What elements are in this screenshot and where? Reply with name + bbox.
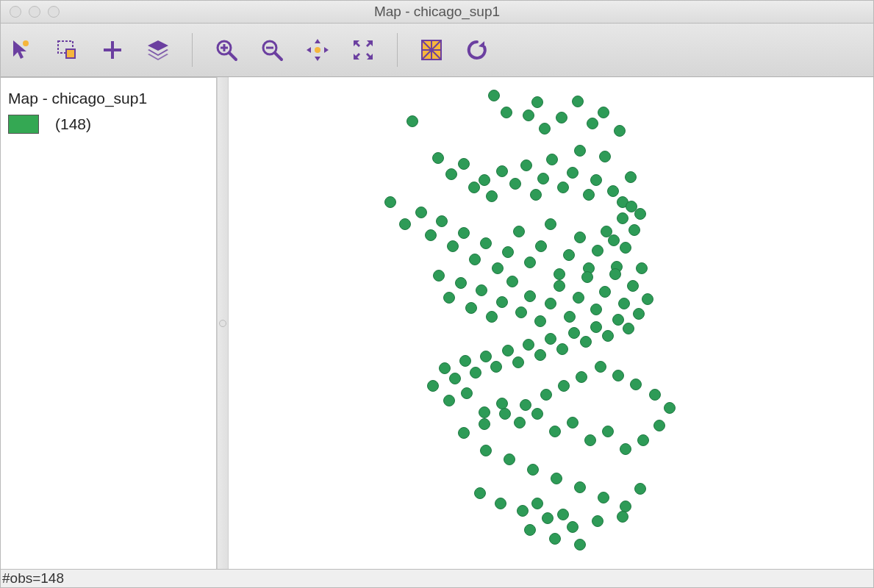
map-point[interactable]	[514, 417, 526, 429]
maximize-window-button[interactable]	[48, 6, 60, 18]
map-point[interactable]	[496, 296, 508, 308]
legend-item[interactable]: (148)	[8, 115, 209, 134]
map-point[interactable]	[612, 370, 624, 381]
map-point[interactable]	[554, 268, 565, 280]
basemap-button[interactable]	[417, 35, 446, 65]
map-point[interactable]	[443, 292, 455, 304]
map-point[interactable]	[607, 185, 619, 197]
map-point[interactable]	[524, 524, 536, 536]
map-point[interactable]	[634, 483, 646, 495]
map-point[interactable]	[469, 254, 481, 265]
zoom-in-button[interactable]	[212, 35, 241, 65]
map-point[interactable]	[599, 286, 611, 298]
map-point[interactable]	[580, 336, 592, 348]
map-point[interactable]	[557, 182, 569, 193]
map-point[interactable]	[535, 240, 547, 252]
map-point[interactable]	[531, 498, 543, 509]
map-point[interactable]	[620, 443, 631, 455]
map-point[interactable]	[609, 268, 621, 280]
map-point[interactable]	[563, 249, 575, 261]
map-point[interactable]	[433, 270, 445, 282]
map-point[interactable]	[480, 351, 492, 362]
map-point[interactable]	[567, 417, 579, 429]
close-window-button[interactable]	[10, 6, 21, 18]
map-point[interactable]	[574, 232, 586, 243]
map-point[interactable]	[625, 171, 637, 183]
map-point[interactable]	[556, 343, 568, 355]
map-point[interactable]	[551, 473, 562, 484]
map-point[interactable]	[524, 290, 536, 302]
map-point[interactable]	[415, 207, 427, 218]
map-point[interactable]	[592, 245, 603, 257]
map-point[interactable]	[549, 426, 561, 437]
map-point[interactable]	[479, 174, 490, 186]
map-point[interactable]	[527, 464, 539, 476]
map-point[interactable]	[399, 218, 411, 230]
map-point[interactable]	[488, 90, 500, 101]
map-point[interactable]	[512, 356, 524, 368]
map-point[interactable]	[623, 323, 634, 334]
map-point[interactable]	[545, 218, 556, 230]
map-point[interactable]	[637, 434, 649, 446]
map-point[interactable]	[520, 399, 531, 411]
map-point[interactable]	[574, 145, 586, 157]
map-point[interactable]	[427, 380, 439, 392]
map-point[interactable]	[531, 96, 543, 108]
map-point[interactable]	[502, 246, 514, 258]
map-point[interactable]	[445, 168, 457, 180]
map-point[interactable]	[534, 349, 546, 361]
map-point[interactable]	[458, 427, 470, 439]
map-point[interactable]	[590, 304, 602, 315]
map-point[interactable]	[554, 280, 565, 292]
map-point[interactable]	[583, 189, 595, 201]
map-point[interactable]	[617, 212, 628, 224]
map-point[interactable]	[590, 174, 602, 186]
map-point[interactable]	[584, 434, 596, 446]
map-point[interactable]	[504, 453, 515, 465]
map-point[interactable]	[513, 226, 525, 237]
map-point[interactable]	[502, 345, 514, 356]
map-point[interactable]	[470, 367, 481, 379]
map-point[interactable]	[486, 311, 498, 323]
map-point[interactable]	[598, 492, 609, 503]
map-point[interactable]	[572, 96, 584, 107]
map-point[interactable]	[602, 426, 614, 437]
map-point[interactable]	[598, 107, 609, 118]
map-point[interactable]	[480, 445, 492, 456]
map-point[interactable]	[633, 308, 645, 320]
map-point[interactable]	[626, 201, 637, 212]
pan-button[interactable]	[303, 35, 332, 65]
map-point[interactable]	[461, 387, 473, 399]
map-point[interactable]	[620, 242, 631, 254]
map-point[interactable]	[558, 380, 570, 392]
map-point[interactable]	[523, 339, 534, 351]
map-point[interactable]	[384, 196, 396, 208]
map-point[interactable]	[530, 189, 542, 201]
map-point[interactable]	[468, 182, 480, 193]
add-button[interactable]	[98, 35, 127, 65]
map-point[interactable]	[534, 315, 546, 327]
map-point[interactable]	[557, 509, 569, 520]
layers-button[interactable]	[143, 35, 173, 65]
map-point[interactable]	[476, 284, 487, 296]
map-point[interactable]	[630, 379, 642, 390]
map-point[interactable]	[602, 330, 614, 342]
rectangle-select-button[interactable]	[52, 35, 82, 65]
map-point[interactable]	[458, 158, 470, 170]
map-point[interactable]	[573, 292, 584, 304]
map-point[interactable]	[474, 487, 486, 499]
refresh-button[interactable]	[462, 35, 492, 65]
map-point[interactable]	[506, 276, 518, 287]
map-point[interactable]	[492, 262, 504, 274]
map-point[interactable]	[531, 408, 543, 420]
map-point[interactable]	[425, 229, 437, 241]
map-point[interactable]	[436, 215, 448, 227]
map-point[interactable]	[496, 165, 508, 177]
map-point[interactable]	[495, 498, 506, 509]
map-point[interactable]	[595, 361, 606, 373]
map-point[interactable]	[664, 402, 676, 414]
map-point[interactable]	[545, 333, 556, 345]
map-point[interactable]	[574, 481, 586, 493]
map-point[interactable]	[564, 311, 576, 323]
map-point[interactable]	[490, 361, 502, 373]
